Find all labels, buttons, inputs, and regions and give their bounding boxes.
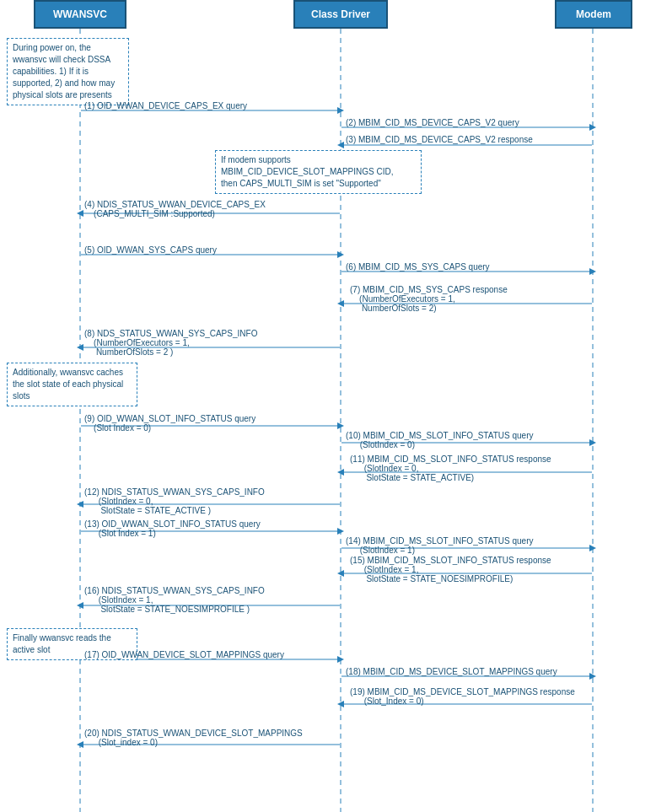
svg-marker-28 bbox=[337, 528, 344, 535]
header-wwansvc: WWANSVC bbox=[34, 0, 126, 29]
label-arr2: (2) MBIM_CID_MS_DEVICE_CAPS_V2 query bbox=[346, 118, 519, 127]
svg-marker-42 bbox=[77, 741, 83, 748]
label-arr5: (5) OID_WWAN_SYS_CAPS query bbox=[84, 245, 217, 255]
label-arr19: (19) MBIM_CID_MS_DEVICE_SLOT_MAPPINGS re… bbox=[350, 687, 575, 706]
label-arr14: (14) MBIM_CID_MS_SLOT_INFO_STATUS query … bbox=[346, 536, 533, 555]
label-arr17: (17) OID_WWAN_DEVICE_SLOT_MAPPINGS query bbox=[84, 650, 284, 659]
svg-marker-38 bbox=[589, 673, 596, 680]
label-arr15: (15) MBIM_CID_MS_SLOT_INFO_STATUS respon… bbox=[350, 556, 551, 583]
label-arr4: (4) NDIS_STATUS_WWAN_DEVICE_CAPS_EX (CAP… bbox=[84, 200, 266, 218]
label-arr16: (16) NDIS_STATUS_WWAN_SYS_CAPS_INFO (Slo… bbox=[84, 586, 265, 614]
header-modem: Modem bbox=[555, 0, 632, 29]
svg-marker-14 bbox=[589, 268, 596, 275]
svg-marker-10 bbox=[77, 210, 83, 217]
svg-marker-22 bbox=[589, 439, 596, 446]
svg-marker-6 bbox=[589, 124, 596, 131]
svg-marker-16 bbox=[337, 300, 344, 307]
svg-marker-26 bbox=[77, 501, 83, 508]
svg-marker-24 bbox=[337, 469, 344, 476]
label-arr20: (20) NDIS_STATUS_WWAN_DEVICE_SLOT_MAPPIN… bbox=[84, 729, 303, 747]
label-arr7: (7) MBIM_CID_MS_SYS_CAPS response (Numbe… bbox=[350, 285, 508, 313]
label-arr11: (11) MBIM_CID_MS_SLOT_INFO_STATUS respon… bbox=[350, 454, 551, 482]
svg-marker-34 bbox=[77, 602, 83, 609]
svg-marker-12 bbox=[337, 251, 344, 258]
svg-marker-4 bbox=[337, 107, 344, 114]
header-classdriver: Class Driver bbox=[293, 0, 388, 29]
svg-marker-32 bbox=[337, 570, 344, 577]
sequence-diagram: WWANSVC Class Driver Modem bbox=[0, 0, 656, 812]
svg-marker-8 bbox=[337, 142, 344, 148]
note-caps-multi-sim: If modem supports MBIM_CID_DEVICE_SLOT_M… bbox=[215, 150, 422, 194]
label-arr13: (13) OID_WWAN_SLOT_INFO_STATUS query (Sl… bbox=[84, 519, 261, 538]
label-arr18: (18) MBIM_CID_MS_DEVICE_SLOT_MAPPINGS qu… bbox=[346, 667, 557, 676]
svg-marker-40 bbox=[337, 701, 344, 707]
label-arr8: (8) NDS_STATUS_WWAN_SYS_CAPS_INFO (Numbe… bbox=[84, 329, 257, 357]
svg-marker-20 bbox=[337, 422, 344, 429]
label-arr1: (1) OID_WWAN_DEVICE_CAPS_EX query bbox=[84, 101, 247, 110]
label-arr3: (3) MBIM_CID_MS_DEVICE_CAPS_V2 response bbox=[346, 135, 533, 144]
label-arr10: (10) MBIM_CID_MS_SLOT_INFO_STATUS query … bbox=[346, 431, 533, 449]
svg-marker-30 bbox=[589, 545, 596, 551]
note-slot-cache: Additionally, wwansvc caches the slot st… bbox=[7, 363, 137, 406]
note-power-on: During power on, the wwansvc will check … bbox=[7, 38, 129, 105]
label-arr6: (6) MBIM_CID_MS_SYS_CAPS query bbox=[346, 262, 490, 272]
svg-marker-18 bbox=[77, 344, 83, 351]
label-arr9: (9) OID_WWAN_SLOT_INFO_STATUS query (Slo… bbox=[84, 414, 255, 433]
svg-marker-36 bbox=[337, 656, 344, 663]
label-arr12: (12) NDIS_STATUS_WWAN_SYS_CAPS_INFO (Slo… bbox=[84, 487, 265, 515]
